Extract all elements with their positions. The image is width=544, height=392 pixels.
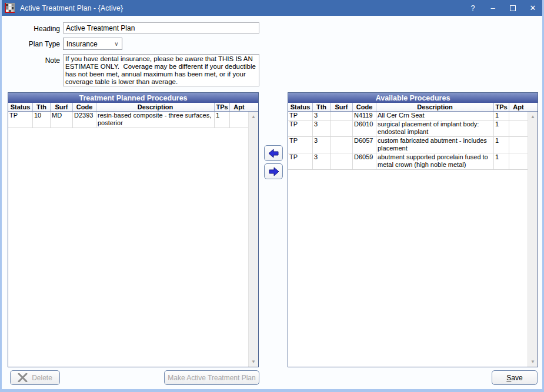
chevron-down-icon: ∨	[111, 38, 122, 49]
col-code: Code	[73, 103, 96, 111]
save-label: Save	[506, 374, 522, 382]
table-cell: abutment supported porcelain fused to me…	[376, 153, 494, 169]
plan-type-label: Plan Type	[4, 40, 60, 48]
table-cell: D6057	[353, 137, 376, 153]
dialog-window: Active Treatment Plan - {Active} ? – ✕ H…	[0, 0, 544, 392]
table-cell	[331, 137, 353, 153]
col-apt: Apt	[509, 103, 528, 111]
col-tps: TPs	[494, 103, 509, 111]
table-cell: All Cer Crn Seat	[376, 112, 494, 120]
table-cell	[331, 120, 353, 136]
table-cell: surgical placement of implant body: endo…	[376, 120, 494, 136]
vertical-scrollbar[interactable]: ▲ ▼	[248, 112, 258, 367]
table-cell: 10	[33, 112, 51, 128]
table-cell: 3	[313, 137, 331, 153]
maximize-icon	[510, 5, 516, 11]
table-cell: 3	[313, 153, 331, 169]
available-procedures-rows: TP3N4119All Cer Crn Seat1TP3D6010surgica…	[288, 112, 528, 170]
save-button[interactable]: Save	[492, 370, 538, 385]
left-arrow-icon	[268, 149, 279, 158]
treatment-planned-table: Treatment Planned Procedures Status Tth …	[8, 92, 259, 367]
col-status: Status	[288, 103, 313, 111]
col-status: Status	[8, 103, 33, 111]
help-button[interactable]: ?	[463, 0, 483, 16]
table-cell: 1	[494, 137, 509, 153]
table-cell	[230, 112, 248, 128]
table-cell: custom fabricated abutment - includes pl…	[376, 137, 494, 153]
table-cell	[331, 153, 353, 169]
col-surf: Surf	[331, 103, 353, 111]
table-cell	[509, 120, 528, 136]
table-cell: resin-based composite - three surfaces, …	[96, 112, 215, 128]
available-procedures-title: Available Procedures	[288, 93, 538, 103]
table-cell: TP	[288, 137, 313, 153]
available-procedures-header: Status Tth Surf Code Description TPs Apt	[288, 103, 538, 112]
heading-label: Heading	[4, 25, 60, 33]
table-cell: TP	[288, 120, 313, 136]
col-tps: TPs	[215, 103, 230, 111]
close-button[interactable]: ✕	[523, 0, 543, 16]
plan-type-value: Insurance	[66, 40, 98, 48]
scroll-up-icon[interactable]: ▲	[249, 112, 258, 122]
table-cell: 1	[215, 112, 230, 128]
move-left-button[interactable]	[264, 145, 283, 161]
note-label: Note	[4, 56, 60, 65]
make-active-treatment-plan-button[interactable]: Make Active Treatment Plan	[164, 370, 259, 385]
table-row[interactable]: TP3D6057custom fabricated abutment - inc…	[288, 137, 528, 153]
note-textarea[interactable]: If you have dental insurance, please be …	[63, 54, 259, 86]
heading-input[interactable]	[63, 22, 259, 33]
col-tth: Tth	[313, 103, 331, 111]
delete-button[interactable]: Delete	[10, 370, 60, 385]
make-active-label: Make Active Treatment Plan	[168, 374, 255, 382]
available-procedures-table: Available Procedures Status Tth Surf Cod…	[288, 92, 538, 367]
plan-type-select[interactable]: Insurance ∨	[63, 38, 122, 50]
table-cell: TP	[8, 112, 33, 128]
col-code: Code	[353, 103, 376, 111]
vertical-scrollbar[interactable]: ▲ ▼	[528, 112, 538, 367]
table-row[interactable]: TP10MDD2393resin-based composite - three…	[8, 112, 248, 128]
table-cell: 1	[494, 153, 509, 169]
table-cell: MD	[51, 112, 73, 128]
minimize-button[interactable]: –	[483, 0, 503, 16]
table-row[interactable]: TP3D6059abutment supported porcelain fus…	[288, 153, 528, 170]
window-title: Active Treatment Plan - {Active}	[20, 4, 463, 12]
table-row[interactable]: TP3N4119All Cer Crn Seat1	[288, 112, 528, 120]
table-cell: 1	[494, 120, 509, 136]
treatment-planned-rows: TP10MDD2393resin-based composite - three…	[8, 112, 248, 128]
table-cell	[509, 153, 528, 169]
table-cell: 3	[313, 120, 331, 136]
scroll-up-icon[interactable]: ▲	[528, 112, 538, 122]
titlebar: Active Treatment Plan - {Active} ? – ✕	[0, 0, 544, 16]
table-cell: D6010	[353, 120, 376, 136]
table-cell: TP	[288, 112, 313, 120]
right-arrow-icon	[268, 167, 279, 176]
table-cell	[331, 112, 353, 120]
col-tth: Tth	[33, 103, 51, 111]
col-surf: Surf	[51, 103, 73, 111]
table-cell: TP	[288, 153, 313, 169]
table-cell: N4119	[353, 112, 376, 120]
table-cell: 3	[313, 112, 331, 120]
move-right-button[interactable]	[264, 163, 283, 179]
scroll-down-icon[interactable]: ▼	[249, 357, 258, 367]
col-apt: Apt	[230, 103, 248, 111]
table-cell: D2393	[73, 112, 96, 128]
col-description: Description	[96, 103, 215, 111]
delete-label: Delete	[32, 374, 52, 382]
treatment-planned-header: Status Tth Surf Code Description TPs Apt	[8, 103, 258, 112]
scroll-down-icon[interactable]: ▼	[528, 357, 538, 367]
treatment-planned-title: Treatment Planned Procedures	[8, 93, 258, 103]
delete-x-icon	[18, 373, 28, 382]
maximize-button[interactable]	[503, 0, 523, 16]
table-cell: D6059	[353, 153, 376, 169]
app-icon	[5, 3, 15, 13]
table-cell: 1	[494, 112, 509, 120]
table-cell	[509, 112, 528, 120]
table-cell	[509, 137, 528, 153]
col-description: Description	[376, 103, 494, 111]
table-row[interactable]: TP3D6010surgical placement of implant bo…	[288, 120, 528, 137]
